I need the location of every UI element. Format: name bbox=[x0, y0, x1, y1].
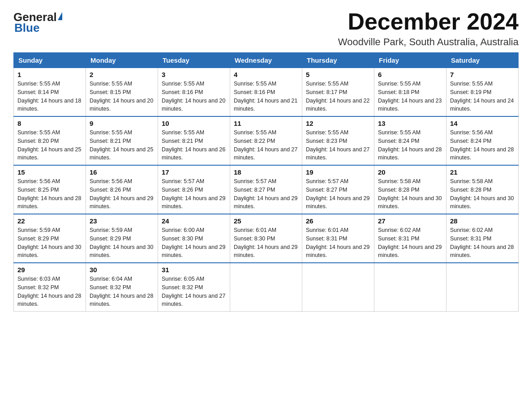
day-info: Sunrise: 5:59 AMSunset: 8:29 PMDaylight:… bbox=[90, 226, 154, 260]
day-info: Sunrise: 5:57 AMSunset: 8:27 PMDaylight:… bbox=[234, 177, 298, 211]
calendar-day-cell: 22Sunrise: 5:59 AMSunset: 8:29 PMDayligh… bbox=[14, 214, 86, 263]
day-info: Sunrise: 5:58 AMSunset: 8:28 PMDaylight:… bbox=[378, 177, 442, 211]
day-info: Sunrise: 5:55 AMSunset: 8:16 PMDaylight:… bbox=[234, 80, 298, 113]
day-number: 4 bbox=[234, 71, 298, 78]
page-header: General Blue December 2024 Woodville Par… bbox=[13, 9, 519, 48]
calendar-day-cell: 19Sunrise: 5:57 AMSunset: 8:27 PMDayligh… bbox=[302, 165, 374, 214]
calendar-week-row: 1Sunrise: 5:55 AMSunset: 8:14 PMDaylight… bbox=[14, 68, 519, 117]
logo: General Blue bbox=[13, 11, 62, 35]
calendar-day-cell bbox=[230, 263, 302, 312]
day-info: Sunrise: 5:56 AMSunset: 8:25 PMDaylight:… bbox=[17, 177, 82, 211]
day-info: Sunrise: 5:57 AMSunset: 8:27 PMDaylight:… bbox=[306, 177, 370, 211]
weekday-header-monday: Monday bbox=[86, 53, 158, 68]
day-info: Sunrise: 5:55 AMSunset: 8:16 PMDaylight:… bbox=[162, 80, 226, 113]
weekday-header-wednesday: Wednesday bbox=[230, 53, 302, 68]
calendar-day-cell bbox=[374, 263, 446, 312]
calendar-day-cell: 31Sunrise: 6:05 AMSunset: 8:32 PMDayligh… bbox=[158, 263, 230, 312]
day-info: Sunrise: 5:57 AMSunset: 8:26 PMDaylight:… bbox=[162, 177, 226, 211]
day-info: Sunrise: 5:55 AMSunset: 8:22 PMDaylight:… bbox=[234, 128, 298, 162]
calendar-day-cell: 15Sunrise: 5:56 AMSunset: 8:25 PMDayligh… bbox=[14, 165, 86, 214]
day-info: Sunrise: 6:02 AMSunset: 8:31 PMDaylight:… bbox=[378, 226, 442, 260]
calendar-day-cell: 8Sunrise: 5:55 AMSunset: 8:20 PMDaylight… bbox=[14, 116, 86, 165]
logo-blue: Blue bbox=[13, 21, 39, 35]
day-info: Sunrise: 5:59 AMSunset: 8:29 PMDaylight:… bbox=[17, 226, 82, 260]
calendar-day-cell: 6Sunrise: 5:55 AMSunset: 8:18 PMDaylight… bbox=[374, 68, 446, 117]
calendar-header-row: SundayMondayTuesdayWednesdayThursdayFrid… bbox=[14, 53, 519, 68]
calendar-day-cell: 4Sunrise: 5:55 AMSunset: 8:16 PMDaylight… bbox=[230, 68, 302, 117]
calendar-week-row: 29Sunrise: 6:03 AMSunset: 8:32 PMDayligh… bbox=[14, 263, 519, 312]
day-info: Sunrise: 5:55 AMSunset: 8:20 PMDaylight:… bbox=[17, 128, 82, 162]
day-number: 6 bbox=[378, 71, 442, 78]
day-info: Sunrise: 5:55 AMSunset: 8:21 PMDaylight:… bbox=[90, 128, 154, 162]
day-number: 29 bbox=[17, 266, 82, 274]
calendar-week-row: 22Sunrise: 5:59 AMSunset: 8:29 PMDayligh… bbox=[14, 214, 519, 263]
day-number: 21 bbox=[450, 168, 515, 176]
weekday-header-saturday: Saturday bbox=[446, 53, 519, 68]
day-info: Sunrise: 6:02 AMSunset: 8:31 PMDaylight:… bbox=[450, 226, 515, 260]
day-info: Sunrise: 5:55 AMSunset: 8:14 PMDaylight:… bbox=[17, 80, 82, 113]
day-number: 28 bbox=[450, 217, 515, 225]
calendar-day-cell: 28Sunrise: 6:02 AMSunset: 8:31 PMDayligh… bbox=[446, 214, 519, 263]
calendar-table: SundayMondayTuesdayWednesdayThursdayFrid… bbox=[13, 52, 519, 312]
calendar-day-cell: 9Sunrise: 5:55 AMSunset: 8:21 PMDaylight… bbox=[86, 116, 158, 165]
title-block: December 2024 Woodville Park, South Aust… bbox=[338, 9, 519, 48]
day-info: Sunrise: 5:55 AMSunset: 8:24 PMDaylight:… bbox=[378, 128, 442, 162]
weekday-header-tuesday: Tuesday bbox=[158, 53, 230, 68]
calendar-day-cell: 13Sunrise: 5:55 AMSunset: 8:24 PMDayligh… bbox=[374, 116, 446, 165]
day-info: Sunrise: 6:03 AMSunset: 8:32 PMDaylight:… bbox=[17, 275, 82, 308]
weekday-header-friday: Friday bbox=[374, 53, 446, 68]
day-number: 18 bbox=[234, 168, 298, 176]
day-number: 5 bbox=[306, 71, 370, 78]
calendar-day-cell: 17Sunrise: 5:57 AMSunset: 8:26 PMDayligh… bbox=[158, 165, 230, 214]
day-number: 31 bbox=[162, 266, 226, 274]
day-number: 20 bbox=[378, 168, 442, 176]
calendar-day-cell: 14Sunrise: 5:56 AMSunset: 8:24 PMDayligh… bbox=[446, 116, 519, 165]
day-number: 13 bbox=[378, 120, 442, 127]
calendar-day-cell: 7Sunrise: 5:55 AMSunset: 8:19 PMDaylight… bbox=[446, 68, 519, 117]
calendar-day-cell: 3Sunrise: 5:55 AMSunset: 8:16 PMDaylight… bbox=[158, 68, 230, 117]
month-title: December 2024 bbox=[338, 9, 519, 34]
day-info: Sunrise: 6:01 AMSunset: 8:31 PMDaylight:… bbox=[306, 226, 370, 260]
calendar-day-cell: 21Sunrise: 5:58 AMSunset: 8:28 PMDayligh… bbox=[446, 165, 519, 214]
calendar-day-cell: 16Sunrise: 5:56 AMSunset: 8:26 PMDayligh… bbox=[86, 165, 158, 214]
calendar-week-row: 8Sunrise: 5:55 AMSunset: 8:20 PMDaylight… bbox=[14, 116, 519, 165]
calendar-day-cell: 12Sunrise: 5:55 AMSunset: 8:23 PMDayligh… bbox=[302, 116, 374, 165]
day-number: 14 bbox=[450, 120, 515, 127]
calendar-day-cell: 23Sunrise: 5:59 AMSunset: 8:29 PMDayligh… bbox=[86, 214, 158, 263]
day-number: 2 bbox=[90, 71, 154, 78]
day-number: 24 bbox=[162, 217, 226, 225]
day-info: Sunrise: 6:04 AMSunset: 8:32 PMDaylight:… bbox=[90, 275, 154, 308]
day-info: Sunrise: 6:01 AMSunset: 8:30 PMDaylight:… bbox=[234, 226, 298, 260]
day-number: 15 bbox=[17, 168, 82, 176]
day-info: Sunrise: 5:55 AMSunset: 8:18 PMDaylight:… bbox=[378, 80, 442, 113]
day-info: Sunrise: 5:56 AMSunset: 8:24 PMDaylight:… bbox=[450, 128, 515, 162]
calendar-day-cell: 29Sunrise: 6:03 AMSunset: 8:32 PMDayligh… bbox=[14, 263, 86, 312]
day-number: 16 bbox=[90, 168, 154, 176]
calendar-day-cell: 10Sunrise: 5:55 AMSunset: 8:21 PMDayligh… bbox=[158, 116, 230, 165]
calendar-day-cell bbox=[302, 263, 374, 312]
day-number: 10 bbox=[162, 120, 226, 127]
day-number: 25 bbox=[234, 217, 298, 225]
calendar-day-cell: 27Sunrise: 6:02 AMSunset: 8:31 PMDayligh… bbox=[374, 214, 446, 263]
calendar-day-cell: 25Sunrise: 6:01 AMSunset: 8:30 PMDayligh… bbox=[230, 214, 302, 263]
weekday-header-sunday: Sunday bbox=[14, 53, 86, 68]
day-info: Sunrise: 5:55 AMSunset: 8:21 PMDaylight:… bbox=[162, 128, 226, 162]
day-number: 3 bbox=[162, 71, 226, 78]
day-info: Sunrise: 6:00 AMSunset: 8:30 PMDaylight:… bbox=[162, 226, 226, 260]
calendar-day-cell: 11Sunrise: 5:55 AMSunset: 8:22 PMDayligh… bbox=[230, 116, 302, 165]
day-info: Sunrise: 5:55 AMSunset: 8:17 PMDaylight:… bbox=[306, 80, 370, 113]
calendar-day-cell: 20Sunrise: 5:58 AMSunset: 8:28 PMDayligh… bbox=[374, 165, 446, 214]
day-number: 9 bbox=[90, 120, 154, 127]
calendar-day-cell: 1Sunrise: 5:55 AMSunset: 8:14 PMDaylight… bbox=[14, 68, 86, 117]
day-info: Sunrise: 5:55 AMSunset: 8:15 PMDaylight:… bbox=[90, 80, 154, 113]
calendar-day-cell: 2Sunrise: 5:55 AMSunset: 8:15 PMDaylight… bbox=[86, 68, 158, 117]
calendar-day-cell: 18Sunrise: 5:57 AMSunset: 8:27 PMDayligh… bbox=[230, 165, 302, 214]
day-number: 27 bbox=[378, 217, 442, 225]
day-number: 11 bbox=[234, 120, 298, 127]
calendar-week-row: 15Sunrise: 5:56 AMSunset: 8:25 PMDayligh… bbox=[14, 165, 519, 214]
calendar-day-cell bbox=[446, 263, 519, 312]
day-info: Sunrise: 5:58 AMSunset: 8:28 PMDaylight:… bbox=[450, 177, 515, 211]
day-number: 23 bbox=[90, 217, 154, 225]
calendar-day-cell: 24Sunrise: 6:00 AMSunset: 8:30 PMDayligh… bbox=[158, 214, 230, 263]
day-number: 8 bbox=[17, 120, 82, 127]
